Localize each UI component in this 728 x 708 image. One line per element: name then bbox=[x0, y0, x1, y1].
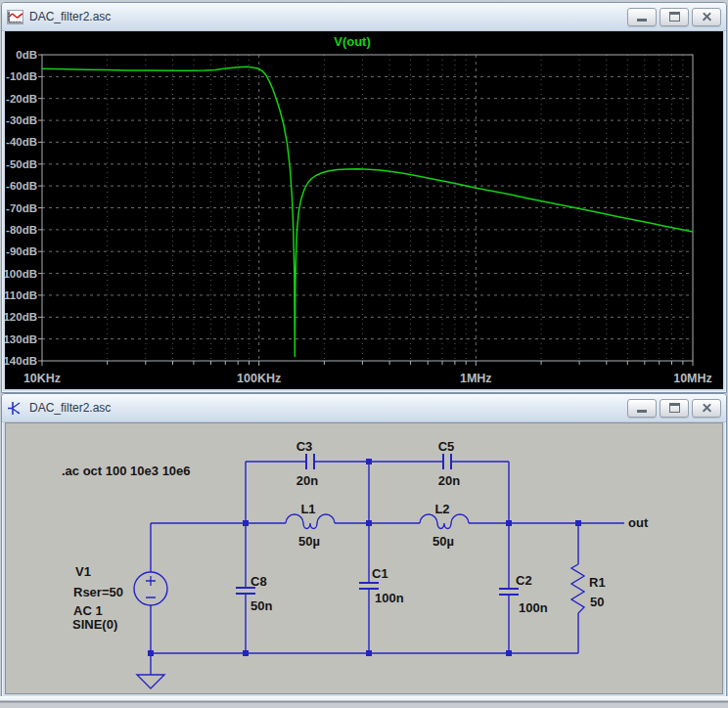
net-label-out[interactable]: out bbox=[628, 515, 649, 530]
restore-icon bbox=[669, 12, 680, 22]
component-value-C2[interactable]: 100n bbox=[519, 600, 548, 615]
ground-symbol bbox=[137, 653, 164, 688]
component-attr-V1-0[interactable]: Rser=50 bbox=[73, 585, 123, 599]
window-controls bbox=[627, 8, 721, 26]
waveform-plot-area[interactable]: 0dB-10dB-20dB-30dB-40dB-50dB-60dB-70dB-8… bbox=[5, 31, 723, 389]
waveform-window: DAC_filter2.asc 0dB-10dB-20dB-30dB-40dB-… bbox=[1, 2, 727, 393]
capacitor-C2-symbol bbox=[499, 589, 519, 595]
close-icon bbox=[702, 12, 712, 22]
spice-directive[interactable]: .ac oct 100 10e3 10e6 bbox=[62, 464, 191, 478]
junction-dots bbox=[148, 459, 581, 656]
close-icon bbox=[702, 403, 712, 414]
schematic-canvas[interactable]: .ac oct 100 10e3 10e6C320nC520nL150µL250… bbox=[5, 422, 723, 694]
schematic-window-titlebar[interactable]: DAC_filter2.asc bbox=[2, 394, 726, 422]
capacitor-C5-symbol bbox=[443, 454, 451, 469]
component-attr-V1-1[interactable]: AC 1 bbox=[73, 603, 103, 618]
app-bottom-strip bbox=[0, 696, 728, 708]
schematic-drawing[interactable]: .ac oct 100 10e3 10e6C320nC520nL150µL250… bbox=[6, 423, 720, 691]
y-axis-tick-label: -90dB bbox=[6, 245, 37, 257]
window-title: DAC_filter2.asc bbox=[29, 10, 111, 23]
component-value-C8[interactable]: 50n bbox=[250, 598, 272, 613]
x-axis-tick-label: 100KHz bbox=[237, 372, 281, 385]
inductor-L1-symbol bbox=[286, 514, 335, 529]
waveform-window-titlebar[interactable]: DAC_filter2.asc bbox=[2, 3, 726, 31]
component-value-R1[interactable]: 50 bbox=[590, 595, 604, 609]
component-ref-C3[interactable]: C3 bbox=[296, 439, 313, 454]
y-axis-tick-label: -20dB bbox=[6, 93, 37, 105]
window-controls bbox=[627, 399, 721, 418]
restore-icon bbox=[669, 403, 680, 413]
x-axis-tick-label: 1MHz bbox=[460, 372, 492, 385]
waveform-icon bbox=[7, 10, 23, 24]
y-axis-tick-label: -10dB bbox=[6, 70, 37, 82]
minimize-icon bbox=[637, 410, 647, 413]
resistor-R1-symbol bbox=[571, 564, 584, 613]
component-attr-V1-2[interactable]: SINE(0) bbox=[72, 617, 117, 632]
capacitor-C3-symbol bbox=[306, 454, 314, 469]
component-ref-L2[interactable]: L2 bbox=[434, 502, 449, 516]
trace-vout[interactable] bbox=[42, 66, 693, 356]
close-button[interactable] bbox=[692, 8, 721, 26]
y-axis-tick-label: -70dB bbox=[6, 202, 37, 214]
y-axis-tick-label: -100dB bbox=[5, 268, 37, 280]
component-value-C1[interactable]: 100n bbox=[375, 591, 404, 605]
window-title: DAC_filter2.asc bbox=[29, 401, 111, 415]
schematic-window: DAC_filter2.asc bbox=[1, 393, 727, 698]
restore-button[interactable] bbox=[660, 8, 689, 26]
component-ref-C1[interactable]: C1 bbox=[372, 566, 388, 581]
minimize-icon bbox=[637, 19, 647, 22]
y-axis-tick-label: -140dB bbox=[5, 355, 37, 367]
y-axis-tick-label: -30dB bbox=[6, 114, 37, 126]
close-button[interactable] bbox=[692, 399, 721, 418]
component-value-C5[interactable]: 20n bbox=[438, 473, 460, 488]
capacitor-C1-symbol bbox=[359, 583, 379, 589]
component-ref-C8[interactable]: C8 bbox=[250, 574, 267, 589]
y-axis-tick-label: -120dB bbox=[5, 311, 37, 323]
y-axis-tick-label: -110dB bbox=[5, 289, 37, 301]
component-ref-C2[interactable]: C2 bbox=[516, 573, 532, 588]
component-value-L1[interactable]: 50µ bbox=[298, 534, 320, 549]
schematic-icon bbox=[7, 401, 23, 416]
schematic-wires bbox=[151, 462, 624, 653]
y-axis-tick-label: -130dB bbox=[5, 333, 37, 345]
component-ref-V1[interactable]: V1 bbox=[75, 564, 91, 579]
ltspice-application: DAC_filter2.asc 0dB-10dB-20dB-30dB-40dB-… bbox=[0, 0, 728, 708]
y-axis-tick-label: 0dB bbox=[16, 49, 37, 61]
component-ref-R1[interactable]: R1 bbox=[589, 575, 606, 590]
y-axis-tick-label: -60dB bbox=[6, 180, 37, 192]
minimize-button[interactable] bbox=[627, 399, 657, 418]
component-value-L2[interactable]: 50µ bbox=[432, 534, 454, 549]
x-axis-tick-label: 10MHz bbox=[673, 372, 712, 385]
component-ref-L1[interactable]: L1 bbox=[300, 502, 315, 516]
component-value-C3[interactable]: 20n bbox=[296, 473, 318, 488]
bode-plot[interactable]: 0dB-10dB-20dB-30dB-40dB-50dB-60dB-70dB-8… bbox=[5, 31, 721, 387]
wire-top-verticals bbox=[246, 462, 509, 523]
legend-vout[interactable]: V(out) bbox=[334, 34, 371, 49]
inductor-L2-symbol bbox=[420, 514, 469, 529]
voltage-source-V1-plus-minus bbox=[146, 576, 156, 597]
x-axis-tick-label: 10KHz bbox=[23, 372, 61, 385]
minimize-button[interactable] bbox=[627, 8, 657, 26]
y-axis-tick-label: -80dB bbox=[6, 224, 37, 236]
component-ref-C5[interactable]: C5 bbox=[438, 439, 455, 454]
y-axis-tick-label: -50dB bbox=[6, 158, 37, 170]
restore-button[interactable] bbox=[660, 399, 689, 418]
y-axis-tick-label: -40dB bbox=[6, 136, 37, 148]
